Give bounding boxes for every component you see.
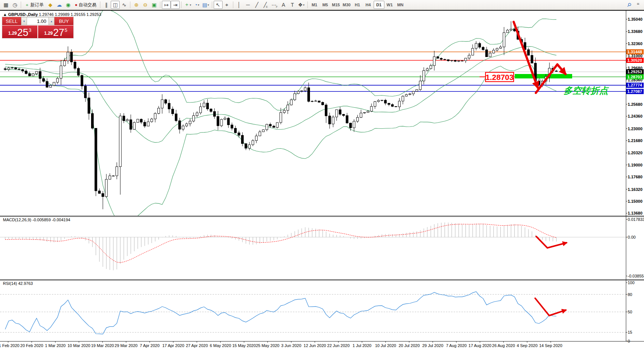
cursor-icon[interactable]: ↖ (214, 1, 223, 9)
svg-text:1.29253: 1.29253 (627, 70, 642, 74)
volume-increase-button[interactable]: ▲ (49, 17, 54, 25)
candle-body (18, 69, 20, 70)
candle-body (297, 91, 299, 94)
candle-body (262, 130, 264, 132)
candle-body (241, 135, 244, 144)
autotrading-button[interactable]: ● 自动交易 (73, 1, 99, 9)
timeframe-MN[interactable]: MN (395, 1, 406, 9)
timeframe-W1[interactable]: W1 (384, 1, 395, 9)
label-tool-icon[interactable]: T (288, 1, 297, 9)
profiles-icon[interactable]: ◷ (10, 1, 19, 9)
navigator-icon[interactable]: ◉ (64, 1, 73, 9)
annotation-arrow (536, 236, 567, 248)
text-tool-icon[interactable]: A (279, 1, 288, 9)
candle-body (325, 105, 327, 116)
date-label: 17 Aug 2020 (468, 343, 491, 348)
price-tick: 1.20320 (628, 151, 643, 155)
svg-text:1.27087: 1.27087 (627, 89, 642, 94)
candle-body (248, 145, 250, 148)
buy-button[interactable]: BUY (54, 17, 73, 25)
candle-body (70, 52, 73, 62)
volume-decrease-button[interactable]: ▼ (21, 17, 27, 25)
toolbar-separator (100, 1, 100, 8)
candle-body (178, 121, 181, 129)
candle-body (377, 100, 380, 101)
timeframe-M30[interactable]: M30 (341, 1, 352, 9)
vertical-line-icon[interactable]: │ (235, 1, 244, 9)
search-icon[interactable]: ⚲ (625, 1, 634, 9)
candle-body (119, 116, 121, 166)
macd-indicator (5, 222, 556, 270)
date-label: 7 Aug 2020 (446, 343, 467, 348)
data-window-icon[interactable]: ☁ (55, 1, 64, 9)
timeframe-H4[interactable]: H4 (363, 1, 374, 9)
zoom-out-icon[interactable]: ⊖ (141, 1, 150, 9)
svg-text:1.27774: 1.27774 (627, 83, 643, 87)
candle-body (105, 179, 107, 197)
tile-windows-icon[interactable]: ▣ (150, 1, 159, 9)
date-label: 10 Jul 2020 (375, 343, 396, 348)
volume-input[interactable] (27, 17, 49, 25)
chat-icon[interactable]: ❝ (634, 1, 643, 9)
annotation-arrow (535, 298, 566, 316)
collapse-icon[interactable]: ▲ (3, 12, 7, 17)
trendline-icon[interactable]: ╱ (253, 1, 261, 9)
candle-body (451, 60, 453, 61)
periods-button[interactable]: ◔▾ (192, 1, 201, 9)
toolbar-separator (160, 1, 160, 8)
add-indicator-button[interactable]: ＋▾ (183, 1, 192, 9)
candle-body (266, 124, 268, 130)
candle-body (464, 58, 467, 61)
candle-body (283, 110, 286, 112)
chart-shift-icon[interactable]: ⇥ (171, 1, 180, 9)
candle-body (531, 55, 533, 63)
candle-body (343, 114, 345, 115)
date-label: 26 Aug 2020 (492, 343, 515, 348)
timeframe-D1[interactable]: D1 (374, 1, 384, 9)
candle-chart-icon[interactable]: ◫ (111, 1, 120, 9)
candle-body (109, 176, 111, 179)
timeframe-M1[interactable]: M1 (309, 1, 320, 9)
timeframe-H1[interactable]: H1 (352, 1, 363, 9)
timeframe-M5[interactable]: M5 (320, 1, 331, 9)
date-label: 4 Sep 2020 (517, 343, 537, 348)
candle-body (388, 103, 390, 105)
auto-scroll-icon[interactable]: ↦ (162, 1, 171, 9)
candle-body (426, 69, 428, 71)
crosshair-icon[interactable]: ⌖ (223, 1, 231, 9)
candle-body (273, 126, 275, 128)
date-label: 3 Jun 2020 (281, 343, 301, 348)
price-tick: 1.17680 (628, 175, 643, 179)
candle-body (510, 29, 512, 30)
candle-body (25, 71, 27, 74)
horizontal-line-icon[interactable]: ─ (244, 1, 253, 9)
candle-body (440, 58, 443, 60)
channel-icon[interactable]: ╱E (261, 1, 270, 9)
new-order-button[interactable]: ＋ 新订单 (23, 1, 46, 9)
sell-button[interactable]: SELL (2, 17, 21, 25)
candle-body (538, 81, 540, 85)
candle-body (53, 82, 55, 85)
candle-body (304, 88, 306, 91)
chart-canvas[interactable]: 1.350401.336801.323601.310001.296801.283… (0, 10, 644, 350)
sell-price[interactable]: 1.29253 (2, 26, 37, 38)
price-tick: 1.25680 (628, 102, 643, 107)
zoom-in-icon[interactable]: ⊕ (132, 1, 141, 9)
market-watch-icon[interactable]: ◆ (46, 1, 55, 9)
template-button[interactable]: ▤▾ (201, 1, 210, 9)
shapes-icon[interactable]: ❖▾ (297, 1, 306, 9)
candles (4, 21, 557, 209)
line-chart-icon[interactable]: ∿ (120, 1, 129, 9)
bar-chart-icon[interactable]: ∥ (102, 1, 111, 9)
timeframe-M15[interactable]: M15 (331, 1, 341, 9)
candle-body (500, 47, 502, 48)
svg-text:15: 15 (628, 330, 632, 334)
charts-window-icon[interactable]: ▦ (1, 1, 10, 9)
candle-body (328, 116, 331, 124)
candle-body (437, 57, 439, 58)
candle-body (391, 104, 394, 106)
fibonacci-icon[interactable]: ⋯F (270, 1, 279, 9)
buy-price[interactable]: 1.29275 (38, 26, 73, 38)
candle-body (116, 166, 118, 176)
date-label: 6 May 2020 (210, 343, 231, 348)
